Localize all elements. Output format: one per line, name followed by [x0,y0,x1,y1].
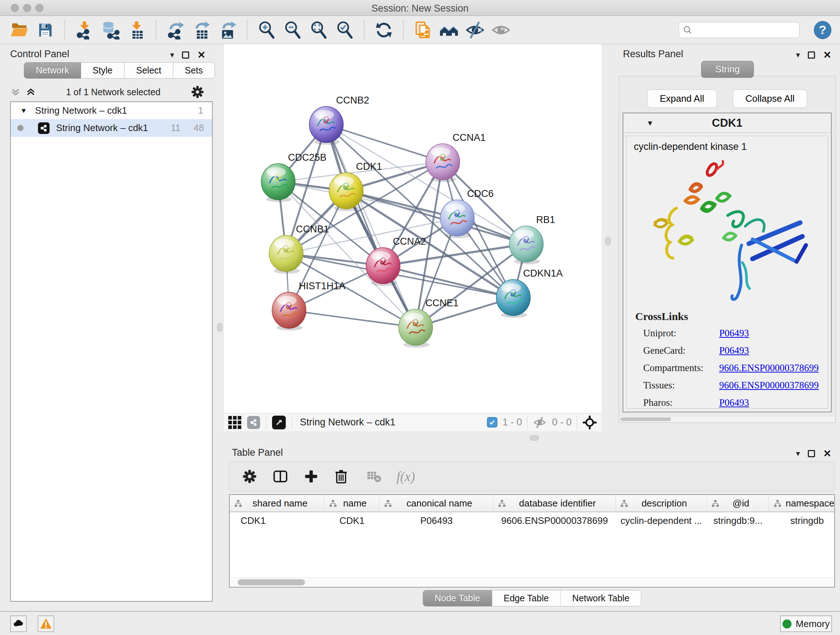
panel-float-icon[interactable] [808,450,815,457]
network-view[interactable]: CCNB2CCNA1CDC25BCDK1CDC6RB1CCNB1CCNA2CDK… [224,44,602,431]
network-node-cdk1[interactable]: CDK1 [329,161,382,211]
table-horizontal-scrollbar[interactable] [230,578,834,587]
zoom-out-button[interactable] [282,19,303,41]
delete-column-trash-icon[interactable] [333,469,349,484]
network-row-selected[interactable]: String Network – cdk1 11 48 [11,119,212,137]
selected-checkbox-icon[interactable] [487,417,497,428]
crosslink-link[interactable]: P06493 [719,397,828,409]
scrollbar-thumb[interactable] [238,579,305,585]
right-splitter-handle[interactable] [605,237,611,245]
collapse-all-button[interactable]: Collapse All [733,89,807,108]
gear-icon[interactable] [190,85,205,99]
warnings-button[interactable] [38,616,54,632]
column-header--id[interactable]: @id [707,495,769,511]
hide-selected-button[interactable] [464,19,485,41]
panel-menu-icon[interactable]: ▾ [170,50,174,60]
tab-network[interactable]: Network [24,62,81,79]
expand-all-icon[interactable] [25,87,36,97]
panel-menu-icon[interactable]: ▾ [796,449,800,458]
search-input[interactable] [679,22,799,38]
table-row[interactable]: CDK1CDK1P064939606.ENSP00000378699cyclin… [230,512,834,529]
tab-sets[interactable]: Sets [173,62,215,79]
crosslink-link[interactable]: P06493 [719,328,828,339]
toolbar-separator [156,20,156,40]
gene-entry-header[interactable]: ▼ CDK1 [623,113,831,133]
bottom-splitter-handle[interactable] [530,435,539,440]
column-header-canonical-name[interactable]: canonical name [379,495,493,511]
title-bar: Session: New Session [0,0,840,16]
results-horizontal-scrollbar[interactable] [620,417,835,422]
column-header-name[interactable]: name [325,495,379,511]
apply-layout-button[interactable] [373,19,394,41]
tab-node-table[interactable]: Node Table [423,590,492,606]
show-hidden-button[interactable] [491,19,512,41]
zoom-in-button[interactable] [256,19,277,41]
network-graph[interactable]: CCNB2CCNA1CDC25BCDK1CDC6RB1CCNB1CCNA2CDK… [224,44,602,413]
grid-view-icon[interactable] [228,416,241,429]
network-edge-CCNA2-RB1[interactable] [383,244,526,266]
cloud-status-button[interactable] [10,616,27,632]
export-image-button[interactable] [217,19,238,41]
panel-float-icon[interactable] [182,51,189,59]
table-body: CDK1CDK1P064939606.ENSP00000378699cyclin… [230,512,834,529]
panel-close-icon[interactable]: ✕ [823,448,831,459]
fit-selected-crosshair-icon[interactable] [582,415,597,430]
open-session-button[interactable] [9,19,30,41]
panel-menu-icon[interactable]: ▾ [796,50,800,60]
network-node-hist1h1a[interactable]: HIST1H1A [272,280,346,331]
birdseye-view-icon[interactable] [272,416,286,429]
column-header-description[interactable]: description [616,495,707,511]
help-button[interactable]: ? [814,21,831,39]
column-type-icon [620,499,628,508]
show-columns-icon[interactable] [272,468,289,485]
import-network-button[interactable] [74,19,95,41]
network-node-ccne1[interactable]: CCNE1 [399,298,459,348]
selected-nodes-edges-count: 1 - 0 [502,417,522,428]
export-table-button[interactable] [191,19,212,41]
network-node-cdc6[interactable]: CDC6 [440,188,494,238]
crosslink-link[interactable]: 9606.ENSP00000378699 [719,380,828,391]
column-header-shared-name[interactable]: shared name [230,495,325,511]
save-session-button[interactable] [35,19,56,41]
crosslink-link[interactable]: 9606.ENSP00000378699 [719,363,828,374]
tab-string[interactable]: String [701,61,754,78]
gene-expander-icon[interactable]: ▼ [646,119,654,127]
scrollbar-thumb[interactable] [621,417,671,421]
network-collection-row[interactable]: ▼ String Network – cdk1 1 [11,102,212,119]
network-edge-CCNB2-CDKN1A[interactable] [326,125,513,298]
import-table-button[interactable] [126,19,147,41]
column-type-icon [711,499,720,508]
column-header-namespace[interactable]: namespace [769,495,835,511]
zoom-selected-button[interactable] [334,19,355,41]
memory-button[interactable]: Memory [780,616,832,632]
panel-float-icon[interactable] [808,51,815,59]
tab-network-table[interactable]: Network Table [561,590,641,606]
export-network-button[interactable] [165,19,186,41]
crosslink-link[interactable]: P06493 [719,345,828,356]
network-node-ccnb1[interactable]: CCNB1 [269,224,329,274]
column-header-database-identifier[interactable]: database identifier [493,495,616,511]
column-type-icon [774,499,782,508]
network-edge-CCNE1-HIST1H1A[interactable] [289,310,416,327]
show-all-networks-button[interactable] [439,19,459,41]
expand-all-button[interactable]: Expand All [647,89,717,108]
left-splitter-handle[interactable] [217,323,223,332]
panel-close-icon[interactable]: ✕ [197,49,205,61]
tab-style[interactable]: Style [81,62,125,79]
refresh-icon [375,21,393,39]
function-builder-icon-disabled: f(x) [396,469,415,485]
network-edge-CCNB2-CCNA1[interactable] [326,125,443,162]
tab-select[interactable]: Select [125,62,173,79]
tree-expander-icon[interactable]: ▼ [20,107,27,115]
clone-network-button[interactable] [412,19,433,41]
import-network-from-database-button[interactable] [100,19,121,41]
network-view-mode-icon[interactable] [247,416,260,429]
table-gear-icon[interactable] [242,469,257,485]
panel-close-icon[interactable]: ✕ [823,49,831,61]
network-node-cdkn1a[interactable]: CDKN1A [496,268,563,318]
tab-edge-table[interactable]: Edge Table [492,590,561,606]
network-node-rb1[interactable]: RB1 [509,214,555,264]
add-column-icon[interactable] [303,469,319,485]
zoom-fit-button[interactable] [308,19,329,41]
collapse-all-icon[interactable] [10,87,21,97]
